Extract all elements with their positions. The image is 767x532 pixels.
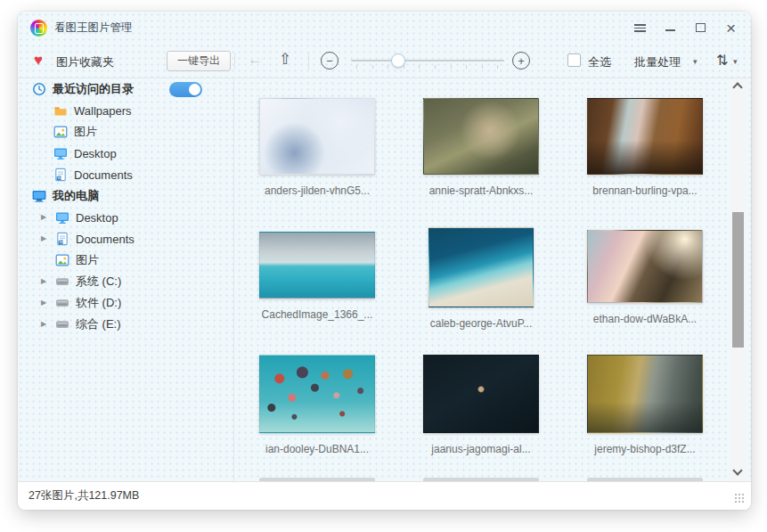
recent-folders-toggle[interactable]	[169, 82, 202, 97]
image-thumbnail[interactable]	[259, 355, 375, 433]
monitor-icon	[53, 146, 68, 160]
image-filename: anders-jilden-vhnG5...	[259, 184, 375, 197]
toggle-knob	[189, 84, 200, 95]
resize-grip-icon[interactable]	[735, 494, 745, 503]
export-button[interactable]: 一键导出	[167, 51, 231, 71]
image-filename: ethan-dow-dWaBkA...	[587, 313, 703, 325]
expand-arrow-icon[interactable]: ▶	[41, 321, 46, 328]
image-item[interactable]: ian-dooley-DuBNA1...	[259, 355, 375, 455]
folder-icon	[53, 103, 68, 118]
folder-tree-sidebar: 最近访问的目录 Wallpapers 图片 Desktop	[18, 78, 234, 481]
image-thumbnail[interactable]	[428, 227, 534, 307]
chevron-down-icon[interactable]: ▾	[693, 57, 698, 66]
sidebar-item-label: 综合 (E:)	[76, 316, 121, 332]
sidebar-item-computer-desktop[interactable]: ▶ Desktop	[18, 207, 233, 228]
expand-arrow-icon[interactable]: ▶	[41, 278, 46, 285]
image-thumbnail[interactable]	[259, 98, 375, 175]
sidebar-item-label: Documents	[74, 168, 133, 182]
back-icon[interactable]: ←	[248, 51, 263, 69]
sidebar-item-wallpapers[interactable]: Wallpapers	[18, 100, 233, 121]
image-item[interactable]: brennan-burling-vpa...	[587, 98, 703, 197]
select-all-checkbox[interactable]	[567, 53, 581, 67]
slider-handle[interactable]	[391, 53, 405, 68]
image-filename: ian-dooley-DuBNA1...	[259, 443, 375, 455]
sidebar-item-label: 图片	[76, 252, 99, 268]
sidebar-item-label: Documents	[76, 233, 135, 246]
expand-arrow-icon[interactable]: ▶	[41, 299, 46, 307]
image-thumbnail[interactable]	[423, 355, 539, 433]
monitor-icon	[55, 210, 69, 225]
favorites-label[interactable]: 图片收藏夹	[56, 54, 114, 70]
image-item[interactable]: ethan-dow-dWaBkA...	[587, 230, 703, 325]
status-text: 27张图片,共121.97MB	[29, 488, 139, 503]
scroll-down-icon[interactable]	[732, 465, 742, 475]
heart-icon: ♥	[34, 52, 43, 70]
maximize-button[interactable]	[695, 22, 706, 34]
image-filename: caleb-george-AtvuP...	[423, 317, 539, 330]
image-thumbnail[interactable]	[587, 230, 703, 303]
expand-arrow-icon[interactable]: ▶	[41, 214, 46, 221]
toolbar-separator	[234, 53, 235, 70]
sidebar-item-label: 软件 (D:)	[76, 295, 121, 311]
image-icon	[55, 253, 69, 267]
menu-icon[interactable]	[634, 22, 646, 34]
sidebar-item-my-computer[interactable]: 我的电脑	[18, 185, 233, 207]
image-item[interactable]: annie-spratt-Abnkxs...	[423, 98, 539, 197]
image-thumbnail[interactable]	[259, 232, 375, 299]
sidebar-item-label: Desktop	[74, 147, 117, 160]
zoom-in-button[interactable]: +	[512, 52, 530, 70]
drive-icon	[55, 296, 69, 310]
scrollbar-thumb[interactable]	[732, 212, 744, 348]
image-item[interactable]: jaanus-jagomagi-al...	[423, 355, 539, 455]
sidebar-item-drive-d[interactable]: ▶ 软件 (D:)	[18, 292, 233, 314]
image-filename: annie-spratt-Abnkxs...	[423, 184, 539, 197]
sidebar-item-pictures[interactable]: 图片	[18, 121, 233, 143]
sidebar-item-label: Wallpapers	[74, 104, 132, 118]
sidebar-item-label: 我的电脑	[53, 188, 99, 204]
image-filename: jaanus-jagomagi-al...	[423, 443, 539, 455]
image-filename: CachedImage_1366_...	[259, 308, 375, 321]
sidebar-item-label: 图片	[74, 124, 97, 140]
window-title: 看图王图片管理	[54, 20, 133, 36]
vertical-scrollbar[interactable]	[730, 78, 746, 481]
title-bar: 看图王图片管理 ×	[18, 12, 751, 44]
expand-arrow-icon[interactable]: ▶	[41, 235, 46, 242]
sidebar-item-computer-documents[interactable]: ▶ W Documents	[18, 228, 233, 250]
image-filename: jeremy-bishop-d3fZ...	[587, 443, 703, 455]
image-thumbnail[interactable]	[587, 98, 703, 175]
sidebar-item-documents[interactable]: W Documents	[18, 164, 233, 185]
toolbar-separator	[308, 53, 309, 70]
minimize-button[interactable]	[665, 22, 676, 34]
image-item[interactable]: anders-jilden-vhnG5...	[259, 98, 375, 197]
sidebar-item-drive-e[interactable]: ▶ 综合 (E:)	[18, 314, 233, 335]
up-icon[interactable]: ⇧	[279, 50, 291, 69]
chevron-down-icon[interactable]: ▾	[733, 57, 738, 66]
image-thumbnail[interactable]	[587, 355, 703, 433]
image-item[interactable]: caleb-george-AtvuP...	[423, 227, 539, 330]
sidebar-item-desktop[interactable]: Desktop	[18, 143, 233, 164]
hamburger-icon	[634, 24, 646, 32]
sidebar-item-drive-c[interactable]: ▶ 系统 (C:)	[18, 271, 233, 292]
app-logo-icon	[30, 20, 47, 37]
computer-icon	[32, 189, 46, 203]
thumbnail-size-slider[interactable]	[351, 44, 504, 78]
sidebar-item-computer-pictures[interactable]: 图片	[18, 250, 233, 271]
sidebar-item-label: 系统 (C:)	[76, 274, 121, 290]
image-item[interactable]: CachedImage_1366_...	[259, 232, 375, 321]
maximize-icon	[696, 23, 706, 32]
image-grid: anders-jilden-vhnG5... annie-spratt-Abnk…	[234, 78, 751, 481]
clock-icon	[32, 82, 46, 96]
select-all-label[interactable]: 全选	[588, 54, 611, 70]
scroll-up-icon[interactable]	[732, 82, 742, 92]
sort-order-icon[interactable]: ⇅	[716, 52, 728, 69]
drive-icon	[55, 274, 69, 289]
app-window: 看图王图片管理 × ♥ 图片收藏夹 一键导出 ← ⇧ − + 全选 批量处理 ▾…	[18, 12, 751, 510]
image-thumbnail[interactable]	[423, 98, 539, 175]
image-icon	[53, 125, 68, 139]
close-button[interactable]: ×	[725, 22, 737, 34]
batch-process-button[interactable]: 批量处理	[634, 54, 681, 70]
image-item[interactable]: jeremy-bishop-d3fZ...	[587, 355, 703, 455]
zoom-out-button[interactable]: −	[321, 52, 339, 70]
slider-track[interactable]	[351, 60, 504, 61]
sidebar-item-recent-folders[interactable]: 最近访问的目录	[18, 78, 233, 100]
